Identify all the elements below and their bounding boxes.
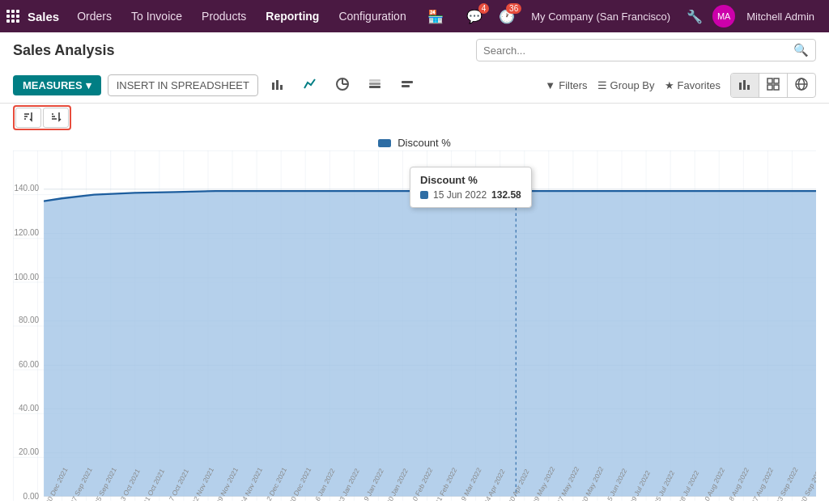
svg-rect-2 <box>280 85 283 90</box>
star-icon: ★ <box>665 79 674 91</box>
bar2-chart-button[interactable] <box>394 74 420 98</box>
grid-icon <box>6 10 19 23</box>
tooltip-row: 15 Jun 2022 132.58 <box>420 189 521 201</box>
svg-text:0.00: 0.00 <box>23 490 40 501</box>
tooltip-date: 15 Jun 2022 <box>433 189 487 201</box>
nav-configuration[interactable]: Configuration <box>330 0 414 32</box>
stack-chart-button[interactable] <box>362 74 388 98</box>
nav-orders[interactable]: Orders <box>69 0 120 32</box>
sort-area <box>0 104 829 132</box>
filters-button[interactable]: ▼ Filters <box>545 79 587 91</box>
tooltip-title: Discount % <box>420 174 521 186</box>
chat-badge: 4 <box>478 3 490 14</box>
nav-right-area: 🏪 💬4 🕐36 My Company (San Francisco) 🔧 MA… <box>421 0 823 32</box>
toolbar-right: ▼ Filters ☰ Group By ★ Favorites <box>545 73 816 98</box>
company-name[interactable]: My Company (San Francisco) <box>525 11 677 23</box>
legend-color-box <box>378 139 391 147</box>
grid-view-button[interactable] <box>759 74 788 97</box>
insert-spreadsheet-button[interactable]: INSERT IN SPREADSHEET <box>108 74 258 96</box>
svg-rect-0 <box>272 83 274 90</box>
settings-icon-btn[interactable]: 🔧 <box>680 0 709 32</box>
svg-text:40.00: 40.00 <box>19 403 39 413</box>
tooltip-value: 132.58 <box>491 189 521 201</box>
nav-reporting[interactable]: Reporting <box>257 0 327 32</box>
brand-logo[interactable]: Sales <box>6 10 59 23</box>
activity-badge: 36 <box>506 3 521 14</box>
nav-products[interactable]: Products <box>193 0 254 32</box>
svg-rect-14 <box>767 78 772 83</box>
chat-icon-btn[interactable]: 💬4 <box>460 0 489 32</box>
legend-label: Discount % <box>397 137 451 149</box>
globe-view-button[interactable] <box>788 74 815 97</box>
brand-name: Sales <box>28 10 59 23</box>
activity-icon-btn[interactable]: 🕐36 <box>492 0 521 32</box>
search-icon[interactable]: 🔍 <box>793 43 809 57</box>
svg-rect-7 <box>369 83 380 85</box>
top-navigation: Sales Orders To Invoice Products Reporti… <box>0 0 829 32</box>
measures-button[interactable]: MEASURES ▾ <box>13 75 101 95</box>
user-avatar[interactable]: MA <box>712 5 735 28</box>
svg-marker-44 <box>44 191 816 496</box>
toolbar: MEASURES ▾ INSERT IN SPREADSHEET ▼ Filte… <box>0 68 829 104</box>
svg-rect-11 <box>739 83 742 90</box>
svg-rect-15 <box>774 78 779 83</box>
chart-view-button[interactable] <box>731 74 759 97</box>
measures-dropdown-icon: ▾ <box>86 79 91 91</box>
groupby-icon: ☰ <box>597 79 607 91</box>
filter-icon: ▼ <box>545 79 555 91</box>
search-bar[interactable]: 🔍 <box>476 39 816 61</box>
line-chart-button[interactable] <box>297 74 323 98</box>
groupby-button[interactable]: ☰ Group By <box>597 79 655 91</box>
user-name[interactable]: Mitchell Admin <box>738 0 823 32</box>
main-content: Sales Analysis 🔍 MEASURES ▾ INSERT IN SP… <box>0 32 829 504</box>
svg-rect-6 <box>369 86 380 88</box>
svg-rect-9 <box>402 81 413 83</box>
measures-label: MEASURES <box>23 79 83 91</box>
chart-area: Discount % 0.00 20.00 40.00 60.00 80.00 … <box>0 132 829 504</box>
svg-rect-8 <box>369 79 380 82</box>
svg-rect-12 <box>743 80 746 90</box>
nav-to-invoice[interactable]: To Invoice <box>123 0 190 32</box>
svg-rect-17 <box>774 85 779 90</box>
chart-legend: Discount % <box>13 132 816 150</box>
svg-rect-13 <box>747 85 750 90</box>
favorites-button[interactable]: ★ Favorites <box>665 79 721 91</box>
svg-text:120.00: 120.00 <box>14 227 39 237</box>
view-toggle <box>730 73 816 98</box>
search-input[interactable] <box>483 44 793 57</box>
pie-chart-button[interactable] <box>329 74 355 98</box>
top-area: Sales Analysis 🔍 <box>0 32 829 68</box>
svg-rect-10 <box>402 85 410 87</box>
svg-text:60.00: 60.00 <box>19 358 39 369</box>
favorites-label: Favorites <box>678 79 721 91</box>
page-title: Sales Analysis <box>13 42 114 59</box>
sort-button-group <box>13 105 71 130</box>
groupby-label: Group By <box>610 79 655 91</box>
filters-label: Filters <box>559 79 587 91</box>
tooltip-color-box <box>420 191 428 199</box>
sort-desc-button[interactable] <box>43 108 69 128</box>
apps-icon-btn[interactable]: 🏪 <box>421 0 457 32</box>
svg-text:100.00: 100.00 <box>14 271 39 282</box>
chart-tooltip: Discount % 15 Jun 2022 132.58 <box>410 167 532 208</box>
svg-text:140.00: 140.00 <box>14 183 39 193</box>
svg-text:20.00: 20.00 <box>19 446 39 456</box>
chart-svg-wrapper: 0.00 20.00 40.00 60.00 80.00 100.00 120.… <box>13 150 816 501</box>
svg-rect-1 <box>276 80 278 90</box>
bar-chart-button[interactable] <box>265 74 291 98</box>
svg-text:80.00: 80.00 <box>19 314 39 324</box>
sort-asc-button[interactable] <box>15 108 41 128</box>
svg-rect-16 <box>767 85 772 90</box>
